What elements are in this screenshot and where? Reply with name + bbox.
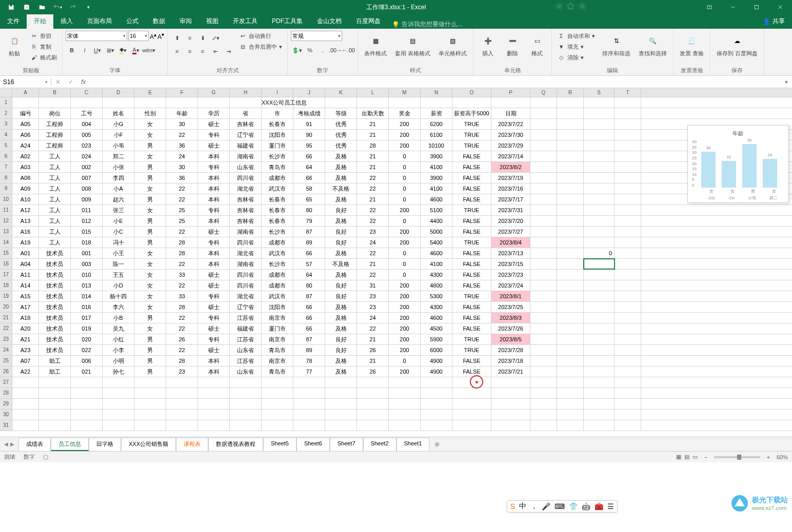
cell[interactable]: 良好 [325,237,357,248]
cell[interactable] [530,377,557,387]
cell[interactable] [615,420,641,431]
cell[interactable]: 2023/7/25 [491,302,530,312]
cell[interactable]: 工人 [39,183,71,194]
cell[interactable]: 山东省 [230,162,262,172]
cell[interactable] [530,388,557,398]
cell[interactable]: 2023/7/21 [491,366,530,377]
cell[interactable]: 长春市 [262,216,293,226]
cell[interactable]: 专科 [198,313,230,323]
cell[interactable]: 长沙市 [262,151,293,161]
cell[interactable]: 福建省 [230,140,262,151]
view-layout-button[interactable]: ▤ [684,454,689,460]
table-row[interactable]: 3A05工程师004小G女30硕士吉林省长春市91优秀212006200TRUE… [0,119,792,130]
cell[interactable]: 小韦 [103,140,134,151]
cell[interactable] [557,388,584,398]
cell[interactable]: 及格 [325,216,357,226]
cell[interactable] [262,420,293,431]
cell[interactable]: 小李 [103,345,134,355]
sheet-tab[interactable]: Sheet6 [296,438,330,451]
worksheet-grid[interactable]: ABCDEFGHIJKLMNOPQRST 1XXX公司员工信息2编号岗位工号姓名… [0,88,792,437]
cell[interactable]: 4500 [421,323,452,334]
sheet-tab[interactable]: XXX公司销售额 [121,438,176,451]
cell[interactable]: 本科 [198,356,230,366]
ime-lang-button[interactable]: 中 [519,502,526,511]
cell[interactable] [615,248,641,258]
autosum-button[interactable]: Σ自动求和▾ [555,31,597,41]
cell[interactable] [421,97,452,108]
cell[interactable]: 66 [293,313,325,323]
cell[interactable]: 66 [293,323,325,334]
cell[interactable]: 南京市 [262,334,293,344]
table-row[interactable]: 28 [0,388,792,399]
cell[interactable]: 014 [71,291,103,301]
column-headers[interactable]: ABCDEFGHIJKLMNOPQRST [0,88,792,97]
cell[interactable]: 4400 [421,216,452,226]
cell[interactable] [557,302,584,312]
qat-customize-button[interactable]: ▾ [81,1,95,13]
cell[interactable] [230,377,262,387]
cell[interactable]: 0 [389,216,421,226]
cell[interactable]: 本科 [198,366,230,377]
cell[interactable]: 湖南省 [230,151,262,161]
cell[interactable]: 厦门市 [262,323,293,334]
cell[interactable]: FALSE [452,151,491,161]
cell[interactable] [584,388,615,398]
cell[interactable]: 及格 [325,323,357,334]
table-row[interactable]: 17A11技术员010王五女33硕士四川省成都市64及格2204300FALSE… [0,270,792,280]
cell[interactable]: 良好 [325,280,357,291]
cell[interactable]: 福建省 [230,323,262,334]
cell[interactable]: 良好 [325,291,357,301]
cell[interactable] [557,356,584,366]
sheet-tab[interactable]: 数据透视表教程 [208,438,263,451]
cell[interactable] [103,399,134,409]
cell[interactable] [557,420,584,431]
cell[interactable]: 男 [134,366,166,377]
row-header[interactable]: 8 [0,173,12,183]
cell[interactable]: 青岛市 [262,366,293,377]
cell[interactable] [615,130,641,140]
cell[interactable]: 本科 [198,248,230,258]
cell[interactable]: 女 [134,119,166,129]
cell[interactable]: 吉林省 [230,205,262,215]
col-header[interactable]: B [39,88,71,97]
cell[interactable]: A13 [12,216,39,226]
cell[interactable]: 66 [293,248,325,258]
indent-increase-button[interactable]: ⇥ [222,46,234,57]
cell[interactable]: 及格 [325,270,357,280]
cell[interactable]: 010 [71,270,103,280]
cell[interactable] [134,97,166,108]
cell[interactable] [584,313,615,323]
cell[interactable] [491,388,530,398]
cell[interactable]: 四川省 [230,173,262,183]
cell[interactable]: 2023/7/22 [491,119,530,129]
cell[interactable]: 优秀 [325,119,357,129]
table-row[interactable]: 1XXX公司员工信息 [0,97,792,108]
cell[interactable] [557,377,584,387]
cell[interactable]: 赵六 [103,194,134,204]
cell[interactable]: 技术员 [39,280,71,291]
comma-button[interactable]: , [316,45,329,56]
row-header[interactable]: 26 [0,366,12,377]
cell[interactable]: 2023/7/15 [491,259,530,269]
cell[interactable]: 26 [166,334,198,344]
cell[interactable] [584,216,615,226]
row-header[interactable]: 4 [0,130,12,140]
cell[interactable]: 良好 [325,227,357,237]
cell[interactable]: 200 [389,119,421,129]
table-row[interactable]: 5A24工程师023小韦男36硕士福建省厦门市95优秀2820010100TRU… [0,140,792,151]
cell[interactable]: 33 [166,291,198,301]
cell[interactable] [452,420,491,431]
cell[interactable]: 24 [357,313,389,323]
tab-视图[interactable]: 视图 [199,14,226,29]
ime-voice-button[interactable]: 🎤 [542,502,550,510]
cell[interactable] [71,420,103,431]
cell[interactable] [39,410,71,420]
cell[interactable]: 30 [166,119,198,129]
macro-record-icon[interactable]: ▢ [43,454,48,460]
cell[interactable]: 男 [134,173,166,183]
ime-sogou-icon[interactable]: S [510,502,515,510]
cell[interactable]: 23 [166,366,198,377]
cell[interactable] [452,399,491,409]
cell[interactable]: 5100 [421,205,452,215]
clear-button[interactable]: ◇清除▾ [555,52,597,63]
